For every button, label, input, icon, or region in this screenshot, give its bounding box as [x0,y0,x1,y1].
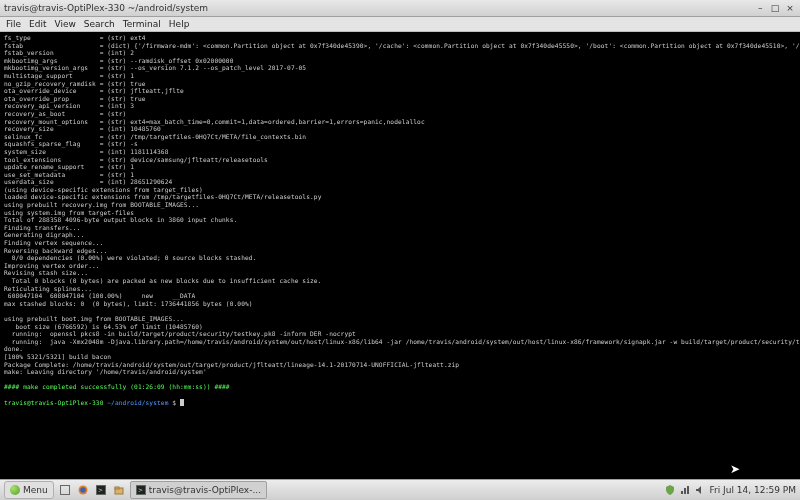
window-title: travis@travis-OptiPlex-330 ~/android/sys… [4,3,208,13]
terminal-icon: > [136,485,146,495]
system-tray: Fri Jul 14, 12:59 PM [665,485,796,495]
taskbar-start-button[interactable]: Menu [4,481,54,499]
close-button[interactable]: × [784,3,796,13]
menu-edit[interactable]: Edit [29,19,46,29]
maximize-button[interactable]: □ [769,3,781,13]
taskbar-window-label: travis@travis-OptiPlex-... [149,485,261,495]
shield-icon[interactable] [665,485,675,495]
menu-view[interactable]: View [55,19,76,29]
taskbar: Menu > > travis@travis-OptiPlex-... Fri … [0,479,800,500]
svg-rect-0 [60,486,69,495]
svg-point-2 [80,487,86,493]
menubar: File Edit View Search Terminal Help [0,17,800,32]
svg-text:>: > [138,486,143,493]
firefox-launcher[interactable] [76,483,90,497]
network-icon[interactable] [680,485,690,495]
start-label: Menu [23,485,48,495]
window-controls: – □ × [754,3,796,13]
taskbar-window-terminal[interactable]: > travis@travis-OptiPlex-... [130,481,267,499]
menu-search[interactable]: Search [84,19,115,29]
mint-logo-icon [10,485,20,495]
minimize-button[interactable]: – [754,3,766,13]
terminal-output[interactable]: fs_type = (str) ext4 fstab = (dict) {'/f… [0,32,800,484]
menu-help[interactable]: Help [169,19,190,29]
files-launcher[interactable] [112,483,126,497]
svg-text:>: > [98,486,103,493]
clock[interactable]: Fri Jul 14, 12:59 PM [710,485,796,495]
menu-file[interactable]: File [6,19,21,29]
show-desktop-button[interactable] [58,483,72,497]
volume-icon[interactable] [695,485,705,495]
window-titlebar: travis@travis-OptiPlex-330 ~/android/sys… [0,0,800,17]
terminal-launcher[interactable]: > [94,483,108,497]
menu-terminal[interactable]: Terminal [123,19,161,29]
svg-rect-6 [115,487,119,489]
